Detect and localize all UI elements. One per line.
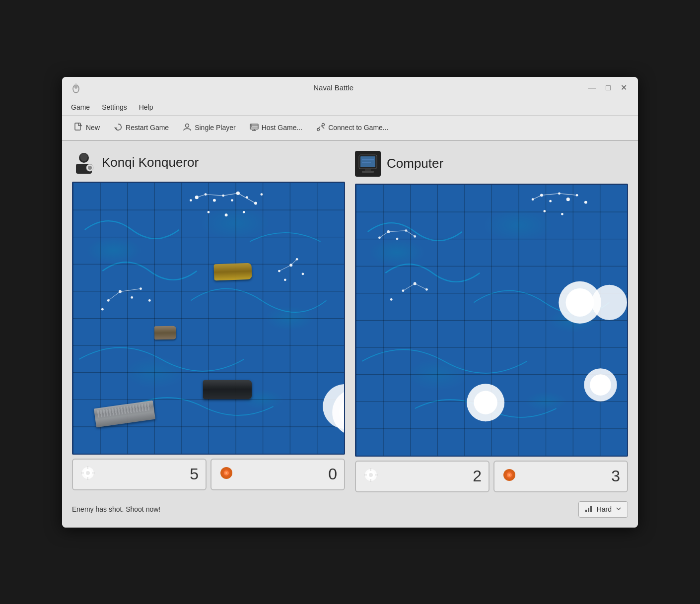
svg-point-16	[322, 123, 325, 126]
svg-line-13	[317, 127, 320, 130]
boards-section: Konqi Konqueror	[72, 151, 628, 492]
svg-rect-74	[362, 171, 374, 173]
menu-game[interactable]: Game	[66, 101, 95, 113]
new-button[interactable]: New	[68, 120, 106, 136]
single-player-label: Single Player	[195, 124, 236, 132]
main-content: Konqi Konqueror	[62, 141, 638, 528]
chevron-down-icon	[616, 505, 622, 513]
player1-miss-score: 0	[210, 459, 345, 490]
svg-rect-70	[360, 156, 375, 167]
single-player-button[interactable]: Single Player	[177, 120, 242, 136]
player2-name: Computer	[387, 156, 443, 171]
difficulty-dropdown[interactable]: Hard	[578, 501, 628, 518]
svg-rect-9	[251, 125, 252, 125]
ship1-2	[154, 326, 176, 339]
svg-point-2	[75, 83, 77, 85]
player2-miss-score: 3	[493, 461, 628, 492]
maximize-button[interactable]: □	[603, 83, 614, 93]
restart-label: Restart Game	[126, 124, 169, 132]
player2-avatar	[355, 151, 381, 177]
svg-rect-3	[75, 123, 80, 130]
svg-rect-73	[365, 169, 371, 171]
ship1-3	[203, 380, 252, 399]
miss-icon-1	[218, 465, 234, 483]
player1-board[interactable]	[72, 182, 345, 455]
connect-icon	[316, 123, 325, 133]
hit-icon-1	[80, 465, 96, 483]
status-bar: Enemy has shot. Shoot now! Hard	[72, 499, 628, 520]
app-icon	[70, 82, 82, 94]
status-message: Enemy has shot. Shoot now!	[72, 505, 160, 513]
player1-avatar	[72, 151, 96, 175]
player2-hits: 2	[473, 467, 482, 485]
player2-board[interactable]	[355, 184, 628, 457]
svg-point-110	[369, 473, 373, 477]
svg-rect-121	[590, 506, 592, 512]
new-icon	[74, 123, 83, 133]
svg-rect-119	[585, 510, 587, 512]
difficulty-label: Hard	[597, 505, 612, 513]
hit-icon-2	[363, 467, 379, 485]
new-label: New	[86, 124, 100, 132]
toolbar: New Restart Game Single Player	[62, 116, 638, 141]
minimize-button[interactable]: —	[585, 83, 599, 93]
menu-help[interactable]: Help	[134, 101, 158, 113]
close-button[interactable]: ✕	[618, 83, 630, 93]
player2-header: Computer	[355, 151, 628, 180]
title-bar: Naval Battle — □ ✕	[62, 77, 638, 99]
player1-score-row: 5 0	[72, 459, 345, 490]
main-window: Naval Battle — □ ✕ Game Settings Help Ne…	[62, 77, 638, 528]
svg-point-5	[186, 124, 189, 127]
svg-point-68	[225, 472, 227, 474]
player1-header: Konqi Konqueror	[72, 151, 345, 178]
player2-score-row: 2 3	[355, 461, 628, 492]
svg-rect-10	[251, 126, 252, 127]
connect-button[interactable]: Connect to Game...	[310, 120, 394, 136]
window-title: Naval Battle	[88, 83, 579, 92]
svg-point-22	[88, 166, 92, 170]
player2-misses: 3	[611, 467, 620, 485]
host-icon	[250, 123, 259, 133]
player1-misses: 0	[328, 465, 337, 483]
grid-2	[356, 185, 627, 456]
player1-name: Konqi Konqueror	[102, 155, 199, 170]
connect-label: Connect to Game...	[328, 124, 388, 132]
player2-panel: Computer	[355, 151, 628, 492]
player1-hits: 5	[190, 465, 199, 483]
svg-point-60	[86, 471, 90, 475]
bar-chart-icon	[585, 505, 593, 514]
restart-icon	[114, 123, 123, 133]
restart-button[interactable]: Restart Game	[108, 120, 175, 136]
window-controls: — □ ✕	[585, 83, 630, 93]
player1-hit-score: 5	[72, 459, 207, 490]
ship1-1	[213, 263, 252, 280]
miss-icon-2	[501, 467, 517, 485]
svg-point-20	[80, 153, 87, 161]
svg-rect-120	[588, 508, 589, 512]
host-game-button[interactable]: Host Game...	[244, 120, 308, 136]
player2-hit-score: 2	[355, 461, 490, 492]
player1-panel: Konqi Konqueror	[72, 151, 345, 492]
menu-bar: Game Settings Help	[62, 99, 638, 116]
host-game-label: Host Game...	[262, 124, 302, 132]
person-icon	[183, 123, 192, 133]
svg-point-118	[508, 474, 510, 476]
menu-settings[interactable]: Settings	[97, 101, 132, 113]
